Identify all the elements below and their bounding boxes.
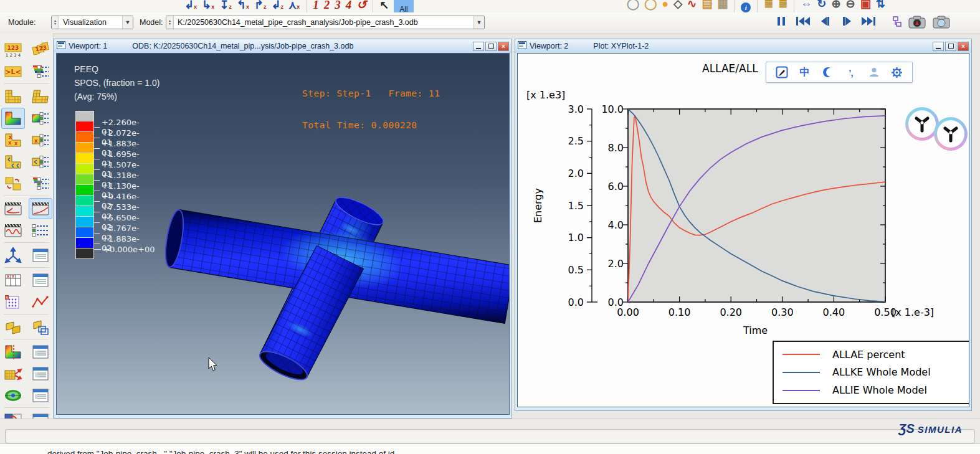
animate-harmonic-button[interactable] — [1, 220, 25, 241]
stream-manager-button[interactable] — [1, 385, 25, 406]
restore-button[interactable] — [485, 42, 497, 51]
view-custom-axis-icon[interactable]: ⋏x — [288, 0, 300, 13]
plot-undeformed-shape-button[interactable] — [1, 86, 25, 107]
next-image-button[interactable] — [840, 16, 854, 27]
movie-camera-icon[interactable] — [908, 14, 926, 32]
first-image-button[interactable] — [796, 16, 810, 27]
plot-contours-button[interactable] — [1, 108, 25, 129]
contour-swatch-0 — [75, 111, 94, 121]
ime-settings-gear-icon[interactable] — [890, 65, 905, 80]
chevron-down-icon[interactable]: ▼ — [122, 16, 133, 29]
stream-options-button[interactable] — [29, 385, 52, 406]
create-display-group-icon[interactable]: ▤ — [702, 0, 712, 12]
view-axis-x-icon[interactable]: ↲x — [184, 0, 197, 13]
plot-legend: ALLAE percentALLKE Whole ModelALLIE Whol… — [773, 341, 969, 404]
query-probe-values-button[interactable]: R — [1, 291, 25, 313]
plot-symbols-button[interactable]: xxx — [1, 130, 25, 151]
view-4-button[interactable]: 4 — [346, 0, 352, 13]
close-button[interactable]: × — [498, 42, 509, 51]
link-viewports-icon[interactable] — [892, 16, 902, 31]
minimize-button[interactable] — [473, 42, 484, 51]
view-axis-x2-icon[interactable]: ↳x — [202, 0, 214, 13]
symbol-brackets-button[interactable]: >L< — [1, 61, 25, 82]
plot-deformed-shape-button[interactable] — [29, 86, 52, 107]
view-3-button[interactable]: 3 — [335, 0, 341, 13]
pan-view-icon[interactable]: ⇔ — [801, 0, 812, 12]
zoom-out-icon[interactable]: ⊖ — [846, 0, 855, 12]
last-image-button[interactable] — [862, 16, 875, 27]
view-axis-z-icon[interactable]: ↧z — [219, 0, 232, 13]
view-1-button[interactable]: 1 — [313, 0, 319, 13]
view-2-button[interactable]: 2 — [324, 0, 330, 13]
allow-multiple-plot-states-button[interactable] — [1, 173, 25, 194]
close-button[interactable]: × — [958, 42, 969, 51]
simulia-logo: ƷSSIMULIA — [898, 422, 963, 436]
xy-plot-canvas[interactable]: ALLAE/ALL 3.02.52.01.51.00.50.0[x 1.e3]E… — [518, 54, 969, 407]
minimize-button[interactable] — [933, 42, 944, 51]
spline-icon[interactable]: ∿ — [687, 0, 697, 12]
viewport-1-titlebar[interactable]: Viewport: 1 ODB: K:/20250630Ch14_metal_p… — [54, 39, 511, 53]
contour-options-button[interactable] — [29, 108, 52, 129]
user-lexicon-icon[interactable] — [867, 65, 882, 80]
query-info-icon[interactable]: i — [741, 2, 751, 12]
animate-scale-factor-button[interactable] — [1, 198, 25, 219]
selection-filter-all[interactable]: All — [394, 0, 413, 13]
show-element-labels-button[interactable]: 123 — [29, 39, 52, 60]
view-cut-manager-button[interactable] — [1, 341, 25, 362]
module-combobox[interactable]: ▲▼ Visualization ▼ — [51, 16, 133, 29]
animation-options-button[interactable] — [29, 220, 52, 241]
symbol-options-button[interactable]: x — [29, 130, 52, 151]
view-rotate-z-icon[interactable]: ↱z — [254, 0, 267, 13]
pointer-tool-icon[interactable]: ↖ — [379, 0, 389, 13]
show-node-labels-button[interactable]: 1231 2 3 4 — [1, 39, 25, 60]
previous-image-button[interactable] — [818, 16, 832, 27]
xy-plot-curve-button[interactable] — [29, 291, 52, 313]
free-body-options-button[interactable] — [29, 363, 52, 384]
result-options-button[interactable] — [29, 61, 52, 82]
half-full-width-moon-icon[interactable] — [821, 65, 835, 80]
field-output-dialog-button[interactable] — [29, 316, 52, 338]
restore-button[interactable] — [945, 42, 956, 51]
model-canvas[interactable]: PEEQSPOS, (fraction = 1.0)(Avg: 75%) +2.… — [57, 54, 509, 414]
cycle-updown-icon[interactable]: ⇅ — [876, 0, 885, 12]
animate-time-history-button[interactable] — [29, 198, 52, 219]
ime-toolbar[interactable]: 中 ’, — [766, 62, 913, 83]
xy-data-manager-button[interactable] — [29, 245, 52, 266]
xy-report-options-button[interactable] — [29, 270, 52, 291]
snapshot-camera-icon[interactable] — [932, 14, 951, 32]
pause-button[interactable] — [774, 16, 788, 27]
zoom-in-icon[interactable]: ⊕ — [831, 0, 840, 12]
orientation-options-button[interactable] — [29, 151, 52, 173]
triad-logo-icon-2[interactable] — [934, 117, 968, 151]
plot-state-options-button[interactable] — [29, 173, 52, 194]
display-group-manager-icon[interactable]: ▦ — [717, 0, 728, 12]
view-cut-options-button[interactable] — [29, 341, 52, 362]
punctuation-toggle-icon[interactable]: ’, — [844, 65, 859, 80]
view-cycle-icon[interactable]: ↺ — [356, 0, 366, 13]
clipped-bottom-dialog-button[interactable] — [29, 410, 52, 419]
chevron-down-icon[interactable]: ▼ — [473, 16, 484, 29]
message-field[interactable] — [5, 429, 975, 443]
clipped-bottom-tool-button[interactable] — [1, 410, 25, 419]
options-ladder2-icon[interactable]: ≣ — [778, 0, 787, 12]
chinese-mode-toggle[interactable]: 中 — [797, 65, 812, 80]
options-ladder-icon[interactable]: ≣ — [764, 0, 773, 12]
rotate-view-icon[interactable]: ↻ — [817, 0, 826, 12]
wireframe-render-icon[interactable]: ◯ — [627, 0, 639, 12]
model-spinner[interactable]: ▲▼ — [166, 16, 174, 29]
module-spinner[interactable]: ▲▼ — [52, 16, 59, 29]
perspective-icon[interactable]: ◇ — [673, 0, 682, 12]
create-xy-report-button[interactable]: XY — [1, 270, 25, 291]
plot-material-orientations-button[interactable] — [1, 151, 25, 173]
viewport-2-titlebar[interactable]: Viewport: 2 Plot: XYPlot-1-2 × — [515, 39, 971, 53]
model-combobox[interactable]: ▲▼ K:/20250630Ch14_metal_pipe_crash_anal… — [166, 16, 485, 29]
fit-view-icon[interactable]: ▣ — [860, 0, 871, 12]
input-pen-box-icon[interactable] — [774, 65, 789, 80]
hidden-render-icon[interactable]: ◯ — [644, 0, 657, 12]
create-xy-data-button[interactable] — [1, 245, 25, 266]
view-rotate-x-icon[interactable]: ↰x — [237, 0, 249, 13]
field-output-button[interactable] — [1, 316, 25, 338]
shaded-render-icon[interactable]: ● — [662, 0, 668, 12]
view-flip-icon[interactable]: ↲z — [272, 0, 284, 13]
free-body-cut-button[interactable] — [1, 363, 25, 384]
